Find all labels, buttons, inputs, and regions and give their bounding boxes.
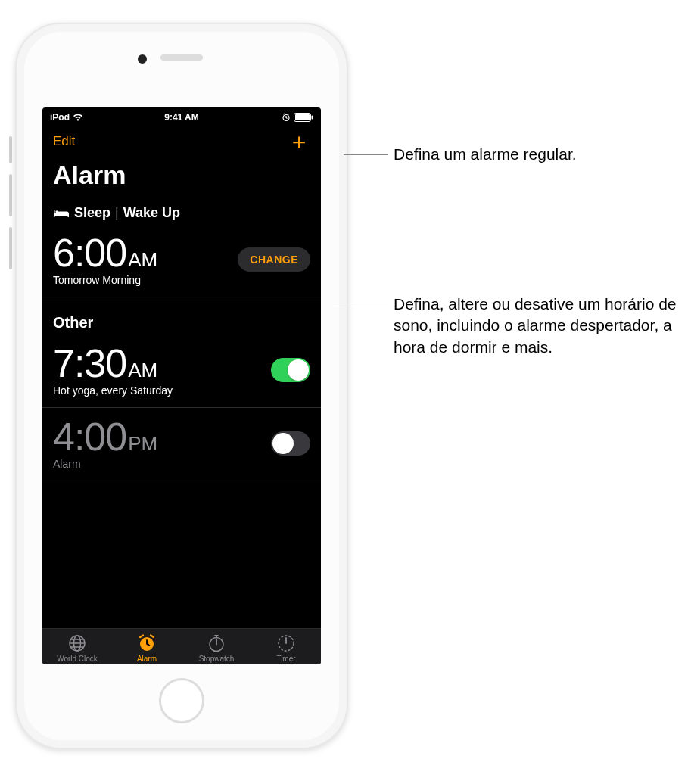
tab-bar: World Clock Alarm Stopwatch Timer	[42, 628, 321, 664]
wake-label: Wake Up	[123, 205, 180, 221]
change-button[interactable]: CHANGE	[238, 247, 310, 272]
alarm-period: PM	[128, 432, 157, 456]
callout-add-alarm: Defina um alarme regular.	[394, 144, 577, 165]
carrier-label: iPod	[50, 112, 70, 123]
tab-alarm[interactable]: Alarm	[112, 633, 182, 663]
tab-world-clock[interactable]: World Clock	[42, 633, 112, 663]
bed-icon	[53, 208, 70, 219]
device-frame: iPod 9:41 AM Edit ＋	[15, 23, 348, 749]
alarm-toggle[interactable]	[271, 431, 310, 456]
sleep-wake-header: Sleep | Wake Up	[42, 199, 321, 224]
sleep-alarm-sub: Tomorrow Morning	[53, 274, 157, 286]
tab-stopwatch[interactable]: Stopwatch	[182, 633, 251, 663]
svg-rect-3	[312, 116, 313, 120]
other-section-header: Other	[42, 297, 321, 334]
sleep-alarm-period: AM	[128, 248, 157, 272]
edit-button[interactable]: Edit	[53, 134, 75, 149]
tab-label: Timer	[276, 655, 295, 663]
alarm-row[interactable]: 7:30 AM Hot yoga, every Saturday	[42, 334, 321, 408]
tab-label: World Clock	[57, 655, 98, 663]
alarm-time: 7:30	[53, 344, 126, 383]
status-bar: iPod 9:41 AM	[42, 107, 321, 124]
add-alarm-button[interactable]: ＋	[288, 130, 310, 153]
svg-point-4	[55, 210, 58, 213]
alarm-row[interactable]: 4:00 PM Alarm	[42, 408, 321, 481]
alarm-time: 4:00	[53, 417, 126, 456]
battery-icon	[294, 113, 313, 122]
sleep-label: Sleep	[74, 205, 110, 221]
alarm-list: Sleep | Wake Up 6:00 AM Tomorrow Morning…	[42, 199, 321, 628]
section-divider: |	[115, 205, 119, 221]
svg-rect-2	[295, 114, 310, 120]
nav-bar: Edit ＋	[42, 124, 321, 157]
sleep-alarm-row[interactable]: 6:00 AM Tomorrow Morning CHANGE	[42, 224, 321, 297]
screen: iPod 9:41 AM Edit ＋	[42, 107, 321, 664]
alarm-label: Alarm	[53, 458, 157, 470]
tab-label: Alarm	[137, 655, 157, 663]
alarm-indicator-icon	[282, 113, 291, 122]
alarm-label: Hot yoga, every Saturday	[53, 384, 173, 397]
alarm-period: AM	[128, 359, 157, 382]
camera-dot	[138, 54, 147, 64]
device-body: iPod 9:41 AM Edit ＋	[24, 32, 339, 740]
tab-timer[interactable]: Timer	[251, 633, 321, 663]
tab-label: Stopwatch	[199, 655, 235, 663]
callout-leader-line	[333, 306, 388, 306]
home-button[interactable]	[159, 678, 204, 723]
callout-leader-line	[344, 154, 388, 155]
wifi-icon	[73, 114, 83, 121]
page-title: Alarm	[42, 157, 321, 199]
speaker-grille	[160, 54, 203, 61]
callout-change-sleep: Defina, altere ou desative um horário de…	[394, 294, 681, 358]
alarm-toggle[interactable]	[271, 358, 310, 382]
status-time: 9:41 AM	[164, 112, 199, 123]
sleep-alarm-time: 6:00	[53, 233, 126, 272]
